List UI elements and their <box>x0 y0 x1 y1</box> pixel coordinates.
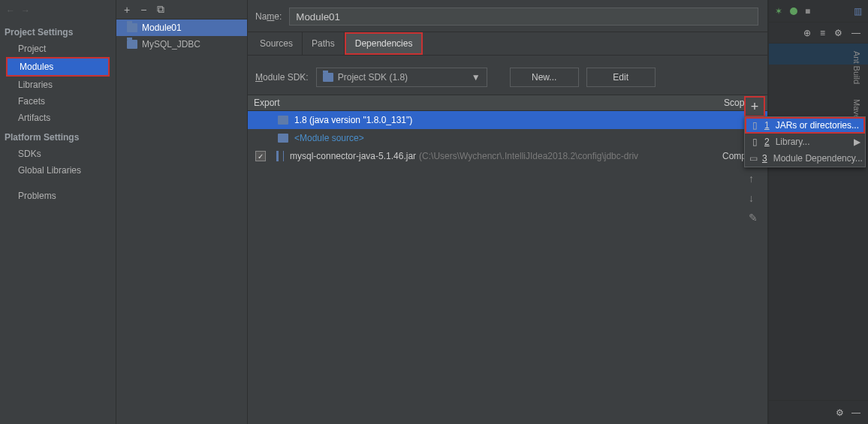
module-name-row: Name: <box>248 0 767 32</box>
module-editor-panel: Name: Sources Paths Dependencies Module … <box>248 0 768 424</box>
target-icon[interactable]: ⊕ <box>803 28 811 38</box>
edit-icon[interactable]: ✎ <box>749 212 758 224</box>
plus-icon: + <box>751 99 759 115</box>
popup-shortcut: 2 <box>764 137 770 147</box>
sidebar-item-modules[interactable]: Modules <box>6 57 110 77</box>
add-dependency-popup: ▯ 1 JARs or directories... ▯ 2 Library..… <box>744 116 866 167</box>
dependency-row-jar[interactable]: ✓ mysql-connector-java-5.1.46.jar (C:\Us… <box>248 147 767 165</box>
sidebar-item-artifacts[interactable]: Artifacts <box>0 110 116 126</box>
forward-arrow-icon[interactable]: → <box>21 5 30 16</box>
dependency-label: mysql-connector-java-5.1.46.jar <box>290 151 416 161</box>
dependency-table-header: Export Scope <box>248 95 767 111</box>
sdk-new-button[interactable]: New... <box>510 68 579 87</box>
module-list-panel: + − ⧉ Module01 MySQL_JDBC <box>116 0 248 424</box>
popup-item-jars[interactable]: ▯ 1 JARs or directories... <box>745 117 865 134</box>
sidebar-item-problems[interactable]: Problems <box>0 188 116 204</box>
tab-sources[interactable]: Sources <box>251 32 303 55</box>
copy-module-icon[interactable]: ⧉ <box>157 3 164 16</box>
tool-icon[interactable]: ▥ <box>854 6 862 17</box>
module-sdk-value: Project SDK (1.8) <box>338 72 408 83</box>
tab-paths[interactable]: Paths <box>303 32 345 55</box>
add-module-icon[interactable]: + <box>124 4 130 16</box>
settings-sidebar: ← → Project Settings Project Modules Lib… <box>0 0 116 424</box>
library-icon: ▯ <box>749 137 760 147</box>
module-name-label: Name: <box>255 11 282 22</box>
module-item-label: MySQL_JDBC <box>142 39 200 50</box>
minimize-icon[interactable]: — <box>851 407 860 418</box>
sidebar-item-facets[interactable]: Facets <box>0 93 116 110</box>
right-bottom-toolbar: ⚙ — <box>769 400 868 424</box>
dependency-path: (C:\Users\Wychencr\.IntelliJIdea2018.2\c… <box>419 151 638 161</box>
dependency-side-toolbar: ↑ ↓ ✎ <box>749 173 758 224</box>
sidebar-item-libraries[interactable]: Libraries <box>0 77 116 93</box>
popup-item-module-dep[interactable]: ▭ 3 Module Dependency... <box>745 150 865 167</box>
filter-icon[interactable]: ≡ <box>820 28 825 38</box>
stop-icon[interactable]: ■ <box>805 6 810 17</box>
folder-icon <box>127 23 137 32</box>
module-sdk-label: Module SDK: <box>255 72 309 83</box>
chevron-down-icon: ▼ <box>472 72 481 83</box>
move-down-icon[interactable]: ↓ <box>749 192 758 204</box>
header-export: Export <box>248 98 724 108</box>
dependency-row-sdk[interactable]: 1.8 (java version "1.8.0_131") <box>248 111 767 129</box>
module-list-toolbar: + − ⧉ <box>116 0 247 20</box>
library-icon <box>276 151 284 161</box>
export-checkbox[interactable]: ✓ <box>255 151 266 161</box>
module-item-label: Module01 <box>142 23 182 33</box>
project-settings-heading: Project Settings <box>0 21 116 41</box>
module-item-module01[interactable]: Module01 <box>116 20 247 36</box>
popup-item-library[interactable]: ▯ 2 Library... ▶ <box>745 134 865 150</box>
folder-icon <box>278 116 288 125</box>
sdk-edit-button[interactable]: Edit <box>586 68 656 87</box>
module-icon: ▭ <box>749 153 758 164</box>
popup-shortcut: 1 <box>764 120 770 131</box>
popup-label: Module Dependency... <box>773 153 863 164</box>
folder-icon <box>127 40 137 49</box>
chevron-right-icon: ▶ <box>854 137 860 147</box>
back-arrow-icon[interactable]: ← <box>6 5 15 16</box>
move-up-icon[interactable]: ↑ <box>749 173 758 185</box>
gear-icon[interactable]: ⚙ <box>836 407 844 418</box>
popup-label: Library... <box>776 137 810 147</box>
remove-module-icon[interactable]: − <box>140 4 146 16</box>
module-item-mysqljdbc[interactable]: MySQL_JDBC <box>116 36 247 53</box>
add-dependency-button[interactable]: + <box>744 96 765 117</box>
popup-shortcut: 3 <box>762 153 767 164</box>
popup-label: JARs or directories... <box>776 120 859 131</box>
gear-icon[interactable]: ⚙ <box>834 28 842 38</box>
folder-icon <box>278 134 288 143</box>
right-top-toolbar: ✶ ■ ▥ <box>769 0 868 23</box>
sidebar-item-global-libraries[interactable]: Global Libraries <box>0 162 116 179</box>
module-name-input[interactable] <box>289 8 758 26</box>
right-second-toolbar: ⊕ ≡ ⚙ — <box>769 23 868 44</box>
module-sdk-dropdown[interactable]: Project SDK (1.8) ▼ <box>316 68 487 87</box>
sidebar-item-project[interactable]: Project <box>0 41 116 57</box>
platform-settings-heading: Platform Settings <box>0 126 116 146</box>
tab-dependencies[interactable]: Dependencies <box>345 32 423 55</box>
module-tabs: Sources Paths Dependencies <box>248 32 767 56</box>
sidebar-item-sdks[interactable]: SDKs <box>0 146 116 162</box>
nav-arrows: ← → <box>0 0 116 21</box>
folder-icon <box>323 73 333 82</box>
dependency-table-body: 1.8 (java version "1.8.0_131") <Module s… <box>248 111 767 165</box>
library-icon: ▯ <box>751 120 760 131</box>
minimize-icon[interactable]: — <box>851 28 860 38</box>
dependency-row-module-source[interactable]: <Module source> <box>248 129 767 147</box>
module-sdk-row: Module SDK: Project SDK (1.8) ▼ New... E… <box>248 56 767 95</box>
run-icon[interactable] <box>790 8 797 15</box>
dependency-label: 1.8 (java version "1.8.0_131") <box>294 115 412 125</box>
vertical-tab-ant[interactable]: Ant Build <box>852 51 861 84</box>
dependency-label: <Module source> <box>294 133 364 143</box>
bug-icon[interactable]: ✶ <box>775 6 782 17</box>
